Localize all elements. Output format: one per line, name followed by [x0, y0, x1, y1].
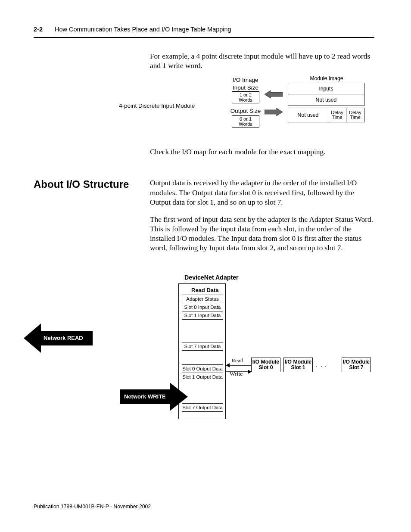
io-image-diagram: 4-point Discrete Input Module I/O Image … [34, 78, 374, 130]
module-ellipsis: ... [316, 361, 329, 369]
write-label: Write [230, 370, 243, 377]
write-row-1: Slot 1 Output Data [182, 373, 223, 381]
about-io-structure-section: About I/O Structure Output data is recei… [34, 178, 374, 259]
module-image-label: Module Image [288, 75, 365, 81]
input-size-label: Input Size [230, 84, 261, 91]
running-header: 2-2 How Communication Takes Place and I/… [34, 26, 374, 33]
write-row-0: Slot 0 Output Data [182, 364, 223, 373]
read-row-1: Slot 0 Input Data [182, 303, 223, 311]
output-row: Not used Delay Time Delay Time [288, 108, 364, 122]
svg-marker-3 [120, 383, 188, 411]
arrow-left-icon [265, 90, 283, 98]
arrow-right-icon [265, 108, 283, 116]
delay-cell-1: Delay Time [328, 108, 346, 122]
module-slot-1: I/O Module Slot 1 [283, 358, 313, 372]
page-number: 2-2 [34, 26, 43, 33]
section-para-1: Output data is received by the adapter i… [150, 178, 374, 207]
module-slot-0: I/O Module Slot 0 [251, 358, 280, 372]
notused-cell: Not used [288, 94, 364, 106]
words-in-box: 1 or 2 Words [232, 91, 259, 103]
running-title: How Communication Takes Place and I/O Im… [55, 26, 231, 33]
svg-marker-0 [265, 90, 283, 98]
intro-paragraph: For example, a 4 point discrete input mo… [150, 52, 374, 71]
read-row-slot7: Slot 7 Input Data [182, 342, 223, 351]
read-stack: Adapter Status Slot 0 Input Data Slot 1 … [182, 295, 223, 320]
section-para-2: The first word of input data sent by the… [150, 215, 374, 253]
adapter-diagram: DeviceNet Adapter Read Data Adapter Stat… [34, 274, 374, 425]
publication-footer: Publication 1798-UM001B-EN-P - November … [34, 504, 151, 510]
header-rule [34, 37, 374, 38]
inputs-cell: Inputs [288, 83, 364, 94]
svg-marker-5 [226, 363, 230, 367]
check-paragraph: Check the I/O map for each module for th… [150, 147, 374, 157]
notused-cell-2: Not used [288, 108, 328, 122]
adapter-title: DeviceNet Adapter [184, 274, 239, 281]
read-label: Read [231, 357, 243, 364]
io-image-label: I/O Image [230, 77, 261, 83]
svg-marker-1 [265, 108, 283, 116]
read-row-0: Adapter Status [182, 295, 223, 303]
words-out-box: 0 or 1 Words [232, 115, 259, 128]
read-data-title: Read Data [191, 287, 219, 293]
read-row-2: Slot 1 Input Data [182, 311, 223, 320]
network-write-arrow: Network WRITE [120, 383, 188, 413]
module-slot-7: I/O Module Slot 7 [342, 358, 371, 372]
page: 2-2 How Communication Takes Place and I/… [0, 0, 411, 532]
section-heading: About I/O Structure [34, 178, 129, 190]
output-size-label: Output Size [230, 108, 261, 114]
network-read-arrow: Network READ [24, 324, 93, 355]
write-row-slot7: Slot 7 Output Data [182, 403, 223, 412]
delay-cell-2: Delay Time [346, 108, 364, 122]
write-stack: Slot 0 Output Data Slot 1 Output Data [182, 364, 223, 381]
svg-marker-2 [24, 324, 93, 353]
module-label: 4-point Discrete Input Module [119, 103, 195, 109]
